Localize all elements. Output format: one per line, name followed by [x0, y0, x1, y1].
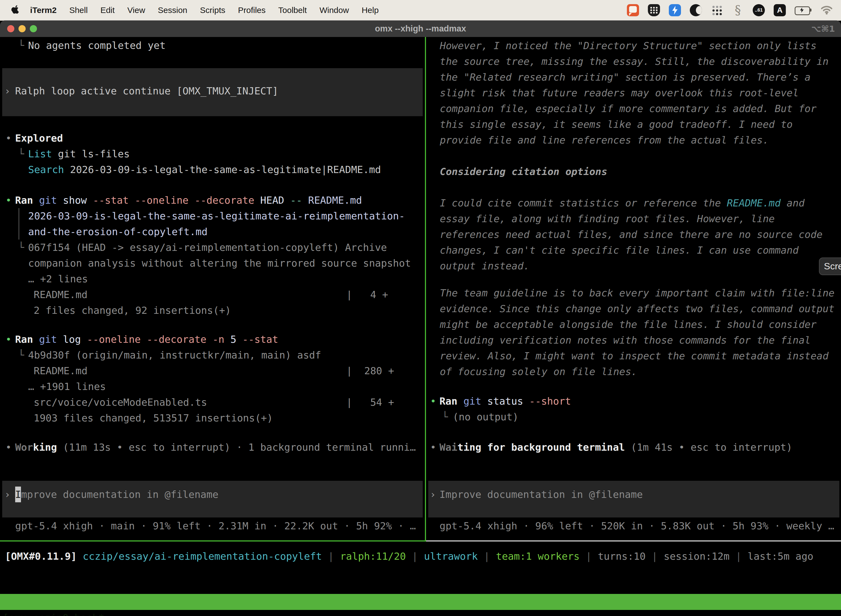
thinking-paragraph-line: evidence. Since this change only affects…: [426, 301, 841, 317]
wifi-icon[interactable]: [820, 4, 833, 16]
menu-item-edit[interactable]: Edit: [94, 6, 121, 15]
thinking-paragraph-line: output instead.: [426, 258, 841, 274]
pane-divider[interactable]: [425, 37, 426, 541]
thinking-paragraph-line: the source tree, missing the essay. Stil…: [426, 54, 841, 69]
tmux-status-bar: [omx-cczip0:bash* "MacBook-Pro-44.local"…: [0, 594, 841, 610]
battery-icon[interactable]: [795, 4, 812, 16]
thinking-paragraph-line: of focusing solely on file lines.: [426, 364, 841, 380]
menu-item-toolbelt[interactable]: Toolbelt: [272, 6, 313, 15]
git-log-output-line: … +1901 lines: [0, 378, 453, 395]
badge-61-icon[interactable]: ..61: [753, 4, 765, 16]
menu-item-shell[interactable]: Shell: [63, 6, 94, 15]
git-log-stat-line: README.md| 280 +: [0, 363, 459, 378]
thinking-paragraph-line: essay file, along with finding root file…: [426, 211, 841, 227]
thinking-paragraph-line: this single essay, it seems like a good …: [426, 116, 841, 132]
thinking-paragraph-line: companion file, especially if more comme…: [426, 101, 841, 116]
left-pane-bottom-border: [0, 540, 425, 541]
thinking-paragraph-line: the "Related research writing" section i…: [426, 69, 841, 85]
git-log-output-line: └4b9d30f (origin/main, instructkr/main, …: [0, 347, 443, 363]
right-input-line[interactable]: ›Improve documentation in @filename: [426, 487, 841, 502]
right-pane-bottom-border: [426, 540, 841, 541]
crescent-icon[interactable]: [690, 4, 702, 16]
window-shortcut-hint: ⌥⌘1: [811, 21, 835, 37]
agents-note-line: └No agents completed yet: [0, 38, 443, 53]
thinking-paragraph-line: provide file and line references from th…: [426, 132, 841, 148]
squiggle-icon[interactable]: §: [732, 4, 744, 16]
readme-link: README.md: [727, 197, 781, 209]
git-show-output-line: 2 files changed, 92 insertions(+): [0, 302, 459, 318]
thinking-paragraph-line: slight risk that future readers may over…: [426, 85, 841, 101]
list-line: └List git ls-files: [0, 146, 443, 162]
git-show-output-line: companion analysis without altering the …: [0, 255, 453, 271]
thinking-paragraph-line: However, I noticed the "Directory Struct…: [426, 38, 841, 54]
apple-icon: [11, 5, 20, 15]
thinking-paragraph-line: including verification notes with those …: [426, 332, 841, 348]
dots-grid-icon[interactable]: [711, 4, 723, 16]
git-show-arg-line: and-the-erosion-of-copyleft.md: [0, 224, 453, 239]
menu-item-iterm2[interactable]: iTerm2: [24, 6, 63, 15]
ran-git-status-line: •Ran git status --short: [426, 393, 841, 409]
git-status-output-line: └(no output): [426, 409, 841, 425]
menu-item-view[interactable]: View: [121, 6, 151, 15]
search-line: Search 2026-03-09-is-legal-the-same-as-l…: [0, 162, 453, 177]
ran-git-show-line: •Ran git show --stat --oneline --decorat…: [0, 192, 431, 208]
tmux-window-name[interactable]: [omx-cczip0:bash*: [3, 610, 104, 616]
window-title: omx --xhigh --madmax: [0, 21, 841, 37]
letter-a-icon[interactable]: A: [774, 4, 786, 16]
apple-menu[interactable]: [11, 5, 20, 15]
macos-menu-bar: iTerm2 Shell Edit View Session Scripts P…: [0, 0, 841, 21]
menu-item-profiles[interactable]: Profiles: [231, 6, 272, 15]
git-show-output-line: └067f154 (HEAD -> essay/ai-reimplementat…: [0, 239, 443, 255]
iterm2-screen: iTerm2 Shell Edit View Session Scripts P…: [0, 0, 841, 616]
left-session-status-line: gpt-5.4 xhigh · main · 91% left · 2.31M …: [0, 518, 440, 534]
thinking-paragraph-line: I could cite commit statistics or refere…: [426, 195, 841, 211]
right-session-status-line: gpt-5.4 xhigh · 96% left · 520K in · 5.8…: [426, 518, 841, 534]
keypad-shield-icon[interactable]: [648, 4, 660, 16]
explored-line: •Explored: [0, 130, 431, 146]
git-log-output-line: 1903 files changed, 513517 insertions(+): [0, 410, 459, 426]
thinking-paragraph-line: The team guideline is to back every impo…: [426, 285, 841, 301]
window-title-bar: omx --xhigh --madmax ⌥⌘1: [0, 21, 841, 37]
menu-item-scripts[interactable]: Scripts: [194, 6, 232, 15]
inject-prompt-line[interactable]: ›Ralph loop active continue [OMX_TMUX_IN…: [0, 83, 429, 99]
thinking-paragraph-line: changes, I can't cite specific file line…: [426, 242, 841, 258]
chat-app-icon[interactable]: [627, 4, 639, 16]
menu-item-help[interactable]: Help: [355, 6, 385, 15]
git-show-output-line: … +2 lines: [0, 271, 453, 287]
text-cursor: I: [15, 487, 21, 502]
left-input-line[interactable]: ›Improve documentation in @filename: [0, 487, 429, 502]
menu-item-session[interactable]: Session: [151, 6, 194, 15]
thinking-paragraph-line: review. Also, I might want to inspect th…: [426, 348, 841, 364]
git-show-stat-line: README.md| 4 +: [0, 287, 459, 302]
menu-item-window[interactable]: Window: [313, 6, 355, 15]
omx-status-bar: [OMX#0.11.9] cczip/essay/ai-reimplementa…: [0, 549, 841, 564]
menu-bar-status-icons: § ..61 A: [627, 4, 841, 16]
thinking-paragraph-line: might be acceptable alongside the file l…: [426, 317, 841, 332]
working-status-line: •Working (11m 13s • esc to interrupt) · …: [0, 439, 431, 455]
ran-git-log-line: •Ran git log --oneline --decorate -n 5 -…: [0, 331, 431, 347]
thinking-heading: Considering citation options: [426, 164, 841, 179]
blue-bolt-icon[interactable]: [669, 4, 681, 16]
waiting-status-line: •Waiting for background terminal (1m 41s…: [426, 439, 841, 455]
thinking-paragraph-line: references need actual files, and since …: [426, 227, 841, 242]
screen-share-overlay-button[interactable]: Scre: [819, 258, 841, 275]
git-show-arg-line: 2026-03-09-is-legal-the-same-as-legitima…: [0, 208, 453, 224]
git-log-stat-line: src/voice/voiceModeEnabled.ts| 54 +: [0, 395, 459, 410]
